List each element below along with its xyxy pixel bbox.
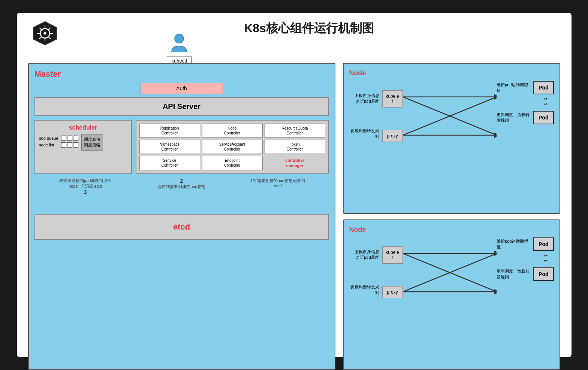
node-2-proxy-label: 负载均衡转发规则 [349, 284, 379, 295]
node-list-row: node list [39, 142, 78, 148]
node-2-top-right: 维护pod达到期望值 Pod [497, 237, 554, 251]
svg-point-2 [43, 32, 46, 35]
desc-text-2: 监控到需要创建的pod信息 [157, 184, 205, 189]
node-2-bottom-right: 更新调度、负载转发规则 Pod [497, 267, 554, 281]
pod-queue-label: pod queue [39, 136, 60, 140]
desc-num-2: 2 [157, 178, 205, 184]
node-2-label: Node [349, 226, 554, 234]
controller-manager-area: ReplicationController NodeController Res… [136, 120, 329, 174]
desc-text-3: 1将需要创建的pod信息记录到etcd [248, 178, 308, 188]
pod-queue-row: pod queue [39, 136, 78, 141]
stars-2: **** [497, 254, 554, 264]
node-list-label: node list [39, 143, 60, 147]
node-1-proxy-label: 负载均衡转发规则 [349, 128, 379, 139]
user-icon [170, 33, 189, 54]
node-2-content: 上报自身信息 监听pod调度 负载均衡转发规则 kubele t proxy [349, 237, 554, 308]
proxy-desc-1: 更新调度、负载转发规则 [497, 112, 530, 123]
user-kubectl-area: kubectl [167, 33, 192, 65]
proxy-desc-2: 更新调度、负载转发规则 [497, 269, 530, 280]
node-2-left-components: kubele t proxy [382, 237, 403, 308]
queue-box-3 [73, 136, 78, 141]
middle-row: scheduler pod queue [34, 120, 329, 174]
master-label: Master [34, 69, 329, 79]
pod-queue-boxes [61, 136, 78, 141]
svg-point-11 [175, 34, 184, 43]
node-controller: NodeController [202, 124, 263, 138]
node-1-arrows [403, 81, 497, 151]
nodes-section: Node 上报自身信息 监听pod调度 负载均衡转发规则 kubele t pr… [343, 63, 560, 370]
desc-item-3: 1将需要创建的pod信息记录到etcd [248, 178, 308, 195]
kubelet-desc-2: 维护pod达到期望值 [497, 239, 530, 250]
node-1-left-components: kubele t proxy [382, 81, 403, 151]
kubelet-1: kubele t [382, 90, 403, 107]
endpoint-controller: EndpointController [202, 156, 263, 170]
queue-box-1 [61, 136, 66, 141]
node-2-right: 维护pod达到期望值 Pod **** 更新调度、负载转发规则 Pod [497, 237, 554, 308]
kubelet-2: kubele t [382, 246, 403, 264]
node-1-bottom-right: 更新调度、负载转发规则 Pod [497, 111, 554, 124]
cross-arrows-2 [403, 237, 497, 308]
scheduler-algo: 调度算法 调度策略 [81, 134, 103, 151]
desc-item-1: 根据算法得到pod调度到那个node，记录到etcd 3 [55, 178, 115, 195]
queue-box-2 [67, 136, 72, 141]
node-1-left-labels: 上报自身信息 监听pod调度 负载均衡转发规则 [349, 81, 379, 151]
namespace-controller: NamespaceController [139, 140, 200, 154]
node-box-3 [73, 142, 78, 148]
scheduler-box: scheduler pod queue [34, 120, 132, 174]
controller-manager-label: controllermanager [265, 156, 325, 170]
content-area: Master Auth API Server scheduler pod que… [28, 63, 560, 370]
resourcequota-controller: ResourceQuotaController [265, 124, 325, 138]
pod-2-bottom: Pod [533, 267, 554, 281]
node-2-kubelet-label: 上报自身信息 监听pod调度 [349, 249, 379, 260]
desc-item-2: 2 监控到需要创建的pod信息 [157, 178, 205, 195]
auth-box: Auth [141, 83, 223, 94]
node-2-arrows [403, 237, 497, 308]
node-box-2 [67, 142, 72, 148]
scheduler-title: scheduler [39, 124, 127, 131]
diagram-wrapper: kubectl Master Auth API Server scheduler [28, 63, 560, 370]
replication-controller: ReplicationController [139, 124, 200, 138]
token-controller: TokenController [265, 140, 325, 154]
kubelet-desc-1: 维护pod达到期望值 [497, 82, 530, 93]
pod-1-top: Pod [533, 81, 554, 94]
proxy-2: proxy [382, 286, 403, 298]
proxy-1: proxy [382, 130, 403, 142]
node-1-content: 上报自身信息 监听pod调度 负载均衡转发规则 kubele t proxy [349, 81, 554, 151]
master-section: Master Auth API Server scheduler pod que… [28, 63, 335, 370]
node-1-top-right: 维护pod达到期望值 Pod [497, 81, 554, 94]
scheduler-queues: pod queue node list [39, 136, 78, 149]
desc-row: 根据算法得到pod调度到那个node，记录到etcd 3 2 监控到需要创建的p… [34, 178, 329, 195]
node-list-boxes [61, 142, 78, 148]
node-1-right: 维护pod达到期望值 Pod **** 更新调度、负载转发规则 Pod [497, 81, 554, 151]
api-server-box: API Server [34, 97, 329, 116]
serviceaccount-controller: ServiceAccountController [202, 140, 263, 154]
controller-grid: ReplicationController NodeController Res… [139, 124, 325, 170]
pod-1-bottom: Pod [533, 111, 554, 124]
k8s-logo [32, 20, 58, 46]
desc-num-1: 3 [55, 189, 115, 195]
node-box-2: Node 上报自身信息 监听pod调度 负载均衡转发规则 kubele t pr… [343, 219, 560, 370]
pod-2-top: Pod [533, 237, 554, 251]
main-container: K8s核心组件运行机制图 kubectl Master Auth API Ser… [17, 13, 572, 357]
node-1-label: Node [349, 69, 554, 77]
etcd-box: etcd [34, 214, 329, 240]
page-title: K8s核心组件运行机制图 [58, 20, 560, 37]
node-1-kubelet-label: 上报自身信息 监听pod调度 [349, 93, 379, 104]
node-box-1: Node 上报自身信息 监听pod调度 负载均衡转发规则 kubele t pr… [343, 63, 560, 214]
node-box-1 [61, 142, 66, 148]
cross-arrows-1 [403, 81, 497, 151]
node-2-left-labels: 上报自身信息 监听pod调度 负载均衡转发规则 [349, 237, 379, 308]
desc-text-1: 根据算法得到pod调度到那个node，记录到etcd [55, 178, 115, 189]
service-controller: SeriviceController [139, 156, 200, 170]
stars-1: **** [497, 97, 554, 108]
scheduler-content: pod queue node list [39, 134, 127, 151]
